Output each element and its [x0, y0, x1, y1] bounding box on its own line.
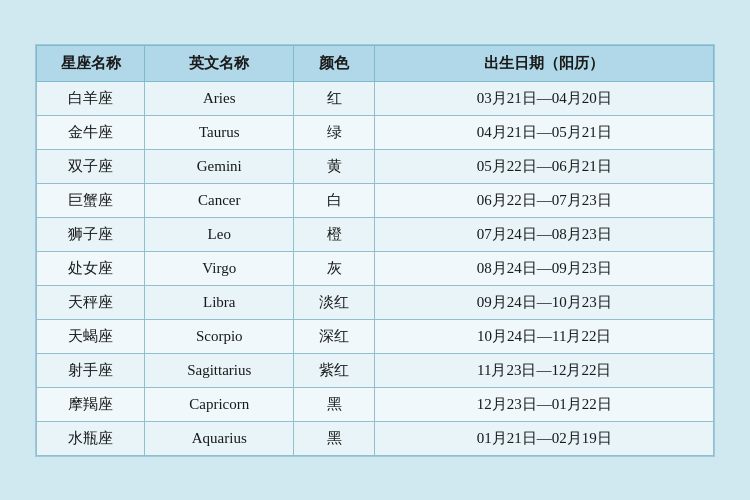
- cell-date: 12月23日—01月22日: [375, 387, 714, 421]
- zodiac-table: 星座名称 英文名称 颜色 出生日期（阳历） 白羊座Aries红03月21日—04…: [36, 45, 714, 456]
- cell-english: Virgo: [145, 251, 294, 285]
- table-row: 金牛座Taurus绿04月21日—05月21日: [37, 115, 714, 149]
- cell-chinese: 巨蟹座: [37, 183, 145, 217]
- cell-chinese: 白羊座: [37, 81, 145, 115]
- table-row: 射手座Sagittarius紫红11月23日—12月22日: [37, 353, 714, 387]
- cell-english: Gemini: [145, 149, 294, 183]
- cell-date: 01月21日—02月19日: [375, 421, 714, 455]
- cell-color: 黄: [294, 149, 375, 183]
- cell-color: 淡红: [294, 285, 375, 319]
- header-color: 颜色: [294, 45, 375, 81]
- cell-date: 10月24日—11月22日: [375, 319, 714, 353]
- cell-color: 红: [294, 81, 375, 115]
- cell-date: 08月24日—09月23日: [375, 251, 714, 285]
- table-row: 摩羯座Capricorn黑12月23日—01月22日: [37, 387, 714, 421]
- cell-color: 灰: [294, 251, 375, 285]
- header-chinese: 星座名称: [37, 45, 145, 81]
- table-row: 天秤座Libra淡红09月24日—10月23日: [37, 285, 714, 319]
- cell-english: Sagittarius: [145, 353, 294, 387]
- table-row: 处女座Virgo灰08月24日—09月23日: [37, 251, 714, 285]
- cell-color: 深红: [294, 319, 375, 353]
- cell-date: 11月23日—12月22日: [375, 353, 714, 387]
- cell-english: Leo: [145, 217, 294, 251]
- cell-chinese: 摩羯座: [37, 387, 145, 421]
- cell-chinese: 天秤座: [37, 285, 145, 319]
- cell-english: Capricorn: [145, 387, 294, 421]
- cell-chinese: 双子座: [37, 149, 145, 183]
- cell-english: Cancer: [145, 183, 294, 217]
- cell-color: 黑: [294, 421, 375, 455]
- cell-date: 09月24日—10月23日: [375, 285, 714, 319]
- cell-date: 06月22日—07月23日: [375, 183, 714, 217]
- table-row: 天蝎座Scorpio深红10月24日—11月22日: [37, 319, 714, 353]
- cell-color: 绿: [294, 115, 375, 149]
- cell-chinese: 水瓶座: [37, 421, 145, 455]
- cell-chinese: 狮子座: [37, 217, 145, 251]
- cell-english: Scorpio: [145, 319, 294, 353]
- cell-english: Libra: [145, 285, 294, 319]
- table-row: 双子座Gemini黄05月22日—06月21日: [37, 149, 714, 183]
- cell-color: 黑: [294, 387, 375, 421]
- cell-date: 07月24日—08月23日: [375, 217, 714, 251]
- table-row: 巨蟹座Cancer白06月22日—07月23日: [37, 183, 714, 217]
- cell-date: 04月21日—05月21日: [375, 115, 714, 149]
- table-row: 水瓶座Aquarius黑01月21日—02月19日: [37, 421, 714, 455]
- cell-chinese: 处女座: [37, 251, 145, 285]
- cell-chinese: 天蝎座: [37, 319, 145, 353]
- cell-color: 白: [294, 183, 375, 217]
- header-english: 英文名称: [145, 45, 294, 81]
- header-date: 出生日期（阳历）: [375, 45, 714, 81]
- cell-english: Aries: [145, 81, 294, 115]
- table-header-row: 星座名称 英文名称 颜色 出生日期（阳历）: [37, 45, 714, 81]
- cell-date: 05月22日—06月21日: [375, 149, 714, 183]
- cell-color: 橙: [294, 217, 375, 251]
- table-row: 白羊座Aries红03月21日—04月20日: [37, 81, 714, 115]
- cell-chinese: 金牛座: [37, 115, 145, 149]
- cell-chinese: 射手座: [37, 353, 145, 387]
- cell-english: Taurus: [145, 115, 294, 149]
- cell-color: 紫红: [294, 353, 375, 387]
- cell-date: 03月21日—04月20日: [375, 81, 714, 115]
- cell-english: Aquarius: [145, 421, 294, 455]
- table-row: 狮子座Leo橙07月24日—08月23日: [37, 217, 714, 251]
- zodiac-table-container: 星座名称 英文名称 颜色 出生日期（阳历） 白羊座Aries红03月21日—04…: [35, 44, 715, 457]
